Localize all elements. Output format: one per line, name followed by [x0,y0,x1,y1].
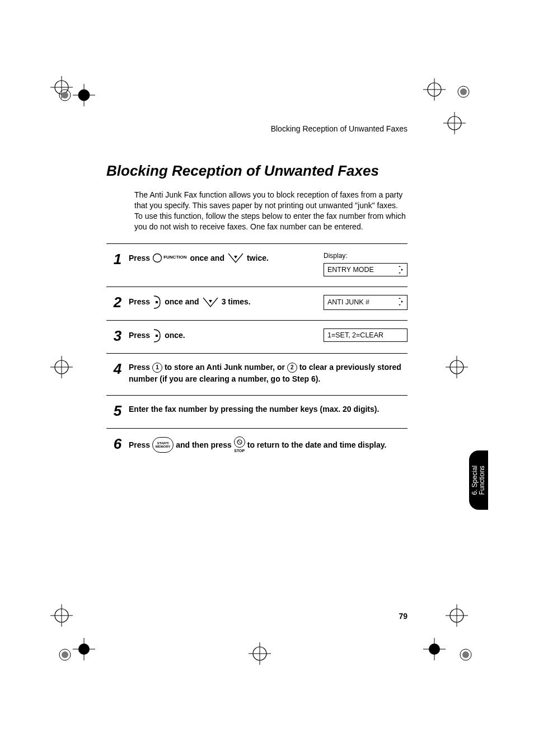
text-twice: twice. [247,252,269,264]
page-number: 79 [399,612,407,621]
intro-paragraph: The Anti Junk Fax function allows you to… [134,190,407,232]
right-half-key-icon [152,328,162,343]
text-press: Press [129,252,150,264]
svg-point-41 [462,651,469,658]
text-3-times: 3 times. [222,295,251,308]
numeric-key-1-icon: 1 [152,363,162,373]
display-value: ENTRY MODE [327,266,374,274]
registration-mark [423,78,446,101]
text-press: Press [129,439,150,451]
display-box: ENTRY MODE [324,263,407,276]
updown-arrow-icon [396,298,404,307]
registration-dot [457,85,470,98]
display-label: Display: [324,252,407,260]
step-number: 3 [106,328,129,343]
down-nav-key-icon [202,296,219,308]
numeric-key-2-icon: 2 [287,363,297,373]
chapter-tab: 6. Special Functions [469,450,488,510]
start-memory-key-icon: START/ MEMORY [152,437,174,453]
registration-mark [446,604,468,627]
text-once-and: once and [190,252,224,264]
chapter-tab-label: 6. Special Functions [471,466,486,495]
step-6: 6 Press START/ MEMORY and then press STO… [106,429,407,464]
registration-mark [50,604,73,627]
text-press: Press [129,329,150,341]
svg-line-46 [238,440,241,444]
registration-dot [58,88,72,102]
running-header: Blocking Reception of Unwanted Faxes [106,124,407,133]
step-number: 4 [106,361,129,376]
svg-rect-43 [156,301,158,303]
registration-mark [249,642,271,665]
updown-arrow-icon [396,266,404,274]
registration-mark [50,356,73,378]
text-once-and: once and [165,295,199,308]
text-press: Press [129,363,150,372]
step-3: 3 Press once. 1=SET, 2=CLEAR [106,321,407,354]
display-value: ANTI JUNK # [327,298,369,306]
registration-mark [73,84,95,106]
text-once: once. [165,329,185,341]
step-5-text: Enter the fax number by pressing the num… [129,403,407,415]
registration-dot [459,648,472,661]
display-box: ANTI JUNK # [324,295,407,310]
svg-point-8 [62,92,68,98]
text-press: Press [129,295,150,308]
display-box: 1=SET, 2=CLEAR [324,328,407,342]
step-number: 6 [106,436,129,451]
registration-mark [446,356,468,378]
step-2: 2 Press once and 3 times. [106,287,407,321]
step-number: 2 [106,295,129,309]
registration-mark [443,112,466,134]
step-1: 1 Press FUNCTION once and twice. [106,244,407,287]
step-number: 1 [106,252,129,266]
registration-mark [423,638,446,660]
registration-dot [58,648,72,661]
right-half-key-icon [152,295,162,309]
step-5: 5 Enter the fax number by pressing the n… [106,396,407,429]
step-4: 4 Press 1 to store an Anti Junk number, … [106,354,407,396]
svg-point-16 [460,88,467,95]
step-number: 5 [106,403,129,418]
text-tail: to return to the date and time display. [247,439,387,451]
down-nav-key-icon [227,252,245,264]
stop-key-icon: STOP [234,436,245,454]
svg-point-30 [62,651,68,658]
display-value: 1=SET, 2=CLEAR [327,331,383,339]
registration-mark [73,638,95,660]
text-and-then-press: and then press [176,439,232,451]
function-key-icon: FUNCTION [152,253,188,263]
text-mid: to store an Anti Junk number, or [165,363,285,372]
page-title: Blocking Reception of Unwanted Faxes [106,162,407,180]
svg-rect-44 [156,335,158,337]
svg-point-42 [153,253,162,262]
steps-table: 1 Press FUNCTION once and twice. [106,243,407,464]
